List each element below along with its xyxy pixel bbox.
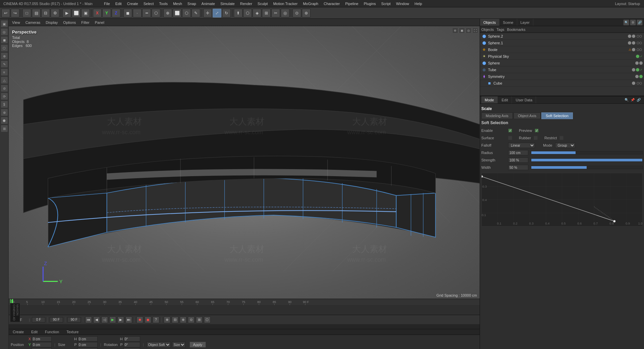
obj-sphere[interactable]: ⬤ Sphere (480, 60, 644, 66)
bottom-tab-function[interactable]: Function (42, 329, 62, 335)
menu-animate[interactable]: Animate (199, 1, 218, 6)
falloff-select[interactable]: Linear Ease In Ease Out Smooth (508, 143, 535, 148)
obj-tab-objects[interactable]: Objects (480, 19, 499, 26)
preview-checkbox[interactable]: ✓ (535, 129, 539, 133)
obj-sphere2[interactable]: ⬤ Sphere.2 ⬡⬡ (480, 33, 644, 40)
vp-shading-icon[interactable]: ◎ (466, 28, 472, 34)
move-tool-button[interactable]: ✛ (203, 9, 212, 17)
new-scene-button[interactable]: □ (22, 9, 31, 17)
menu-file[interactable]: File (101, 1, 113, 6)
ls-btn-9[interactable]: ⊘ (1, 85, 8, 92)
play-back-button[interactable]: ◁ (101, 316, 108, 323)
vp-menu-cameras[interactable]: Cameras (24, 20, 42, 25)
pos-z-input[interactable]: 0 cm (32, 348, 52, 349)
bottom-tab-create[interactable]: Create (10, 329, 26, 335)
menu-snap[interactable]: Snap (185, 1, 199, 6)
extrude-button[interactable]: ⬆ (234, 9, 243, 17)
menu-mesh[interactable]: Mesh (170, 1, 185, 6)
pos-x-input[interactable]: 0 cm (32, 336, 52, 342)
axis-x-button[interactable]: X (93, 9, 102, 17)
width-input[interactable] (508, 165, 528, 170)
obj-filter-button[interactable]: ⚙ (630, 19, 636, 26)
render-pv-button[interactable]: ▣ (81, 9, 90, 17)
obj-mode-button[interactable]: ◼ (123, 9, 132, 17)
rect-selection-button[interactable]: ⬜ (173, 9, 181, 17)
menu-character[interactable]: Character (321, 1, 342, 6)
viewport-3d[interactable]: Y Z 大人素材 www.rr-sc.com 大人素材 www.rr-sc.co… (9, 26, 480, 299)
enable-checkbox[interactable]: ✓ (508, 129, 512, 133)
bridge-button[interactable]: ⊞ (262, 9, 271, 17)
edge-mode-button[interactable]: ━ (142, 9, 151, 17)
props-search-icon[interactable]: 🔍 (624, 97, 629, 103)
extrude-inner-button[interactable]: ⬡ (243, 9, 252, 17)
props-tab-mode[interactable]: Mode (481, 96, 498, 103)
go-end-button[interactable]: ⏭ (125, 316, 132, 323)
step-back-button[interactable]: ◀ (93, 316, 100, 323)
axis-y-button[interactable]: Y (102, 9, 111, 17)
menu-sculpt[interactable]: Sculpt (255, 1, 271, 6)
ls-btn-10[interactable]: ⟳ (1, 93, 8, 100)
obj-physical-sky[interactable]: ☀ Physical Sky ✓ (480, 53, 644, 60)
ls-btn-13[interactable]: ⬢ (1, 117, 8, 124)
obj-tab-scene[interactable]: Scene (499, 19, 517, 26)
ls-btn-8[interactable]: △ (1, 77, 8, 84)
menu-motion-tracker[interactable]: Motion Tracker (270, 1, 300, 6)
radius-input[interactable] (508, 150, 528, 155)
render-region-button[interactable]: ⬜ (72, 9, 80, 17)
menu-plugins[interactable]: Plugins (361, 1, 378, 6)
poly-mode-button[interactable]: ⬡ (152, 9, 160, 17)
obj-sphere1[interactable]: ⬤ Sphere.1 ⬡⬡ (480, 40, 644, 46)
fps-input[interactable] (67, 317, 81, 322)
ls-btn-14[interactable]: ⊞ (1, 125, 8, 132)
obj-link-button[interactable]: 🔗 (637, 19, 643, 26)
rubber-checkbox[interactable] (534, 136, 538, 140)
menu-tools[interactable]: Tools (156, 1, 170, 6)
scale-tab-object[interactable]: Object Axis (514, 112, 541, 119)
vp-menu-display[interactable]: Display (44, 20, 59, 25)
scale-tab-soft[interactable]: Soft Selection (541, 112, 573, 119)
menu-create[interactable]: Create (124, 1, 141, 6)
vp-menu-view[interactable]: View (11, 20, 21, 25)
obj-boole[interactable]: ⊕ Boole ⚠ ⬡⬡ (480, 46, 644, 53)
props-link-icon[interactable]: 🔗 (636, 97, 641, 103)
menu-simulate[interactable]: Simulate (218, 1, 237, 6)
menu-edit[interactable]: Edit (113, 1, 124, 6)
obj-tube[interactable]: ◎ Tube ✓ (480, 66, 644, 73)
props-tab-edit[interactable]: Edit (498, 96, 512, 103)
props-pin-icon[interactable]: 📌 (630, 97, 635, 103)
ls-btn-2[interactable]: ◎ (1, 28, 8, 36)
timeline-track[interactable] (9, 305, 480, 315)
render-button[interactable]: ▶ (62, 9, 71, 17)
menu-pipeline[interactable]: Pipeline (342, 1, 361, 6)
menu-help[interactable]: Help (412, 1, 425, 6)
menu-window[interactable]: Window (393, 1, 412, 6)
strength-slider[interactable] (531, 158, 643, 162)
point-mode-button[interactable]: · (133, 9, 142, 17)
bottom-tab-texture[interactable]: Texture (64, 329, 81, 335)
ls-btn-3[interactable]: ◼ (1, 36, 8, 44)
ls-btn-1[interactable]: ▣ (1, 20, 8, 28)
props-tab-userdata[interactable]: User Data (513, 96, 536, 103)
vp-menu-options[interactable]: Options (62, 20, 77, 25)
ls-btn-4[interactable]: ⬡ (1, 44, 8, 52)
bottom-tab-edit[interactable]: Edit (29, 329, 40, 335)
vp-camera-icon[interactable]: ⊕ (452, 28, 458, 34)
render-settings-button[interactable]: ⚙ (51, 9, 59, 17)
redo-button[interactable]: ↪ (11, 9, 19, 17)
size-z-input[interactable] (77, 348, 98, 349)
undo-button[interactable]: ↩ (1, 9, 10, 17)
radius-slider[interactable] (531, 151, 643, 154)
timeline-key-button[interactable]: ⊕ (164, 316, 170, 323)
poly-selection-button[interactable]: ⬡ (182, 9, 191, 17)
timeline-curve-button[interactable]: ⊟ (172, 316, 178, 323)
obj-tab-layer[interactable]: Layer (517, 19, 534, 26)
width-slider[interactable] (531, 166, 643, 169)
size-y-input[interactable] (77, 342, 98, 347)
strength-input[interactable] (508, 157, 528, 163)
scale-tab-modeling[interactable]: Modeling Axis (481, 112, 513, 119)
obj-symmetry[interactable]: ⧫ Symmetry (480, 73, 644, 80)
obj-menu-bookmarks[interactable]: Bookmarks (507, 28, 526, 32)
bevel-button[interactable]: ◈ (253, 9, 261, 17)
save-button[interactable]: ⊟ (41, 9, 50, 17)
menu-script[interactable]: Script (379, 1, 393, 6)
